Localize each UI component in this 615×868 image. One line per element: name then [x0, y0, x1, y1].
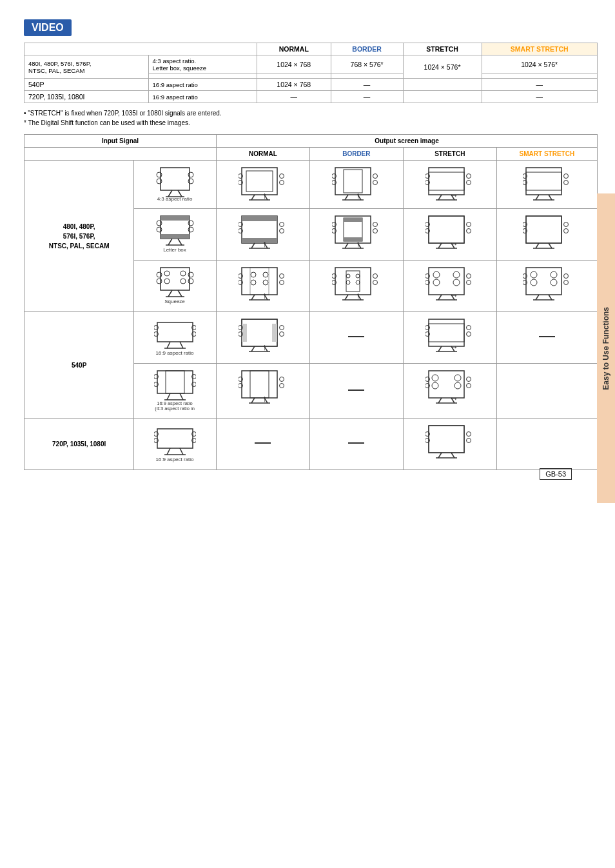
- desc-720: 16:9 aspect ratio: [148, 91, 257, 103]
- main-col-border: BORDER: [309, 148, 403, 161]
- desc-540: [148, 74, 257, 79]
- svg-point-2: [157, 179, 162, 184]
- svg-text:(4:3 aspect ratio in: (4:3 aspect ratio in: [155, 406, 195, 411]
- svg-line-195: [438, 346, 442, 351]
- svg-rect-9: [242, 168, 277, 195]
- aspect-169-input-720: 16:9 aspect ratio: [134, 419, 217, 470]
- svg-rect-61: [242, 238, 277, 243]
- top-summary-table: NORMAL BORDER STRETCH SMART STRETCH 480I…: [24, 43, 598, 103]
- svg-line-124: [251, 295, 255, 300]
- svg-line-55: [168, 239, 172, 245]
- stretch-540: [403, 79, 482, 91]
- note-1: • "STRETCH" is fixed when 720P, 1035I or…: [24, 108, 598, 118]
- diagram-input-169b-540: 16:9 aspect ratio (4:3 aspect ratio in: [154, 368, 196, 413]
- border-43-output: ↑: [309, 161, 403, 209]
- smart-lb-output: [496, 209, 597, 261]
- svg-line-253: [451, 453, 454, 458]
- svg-point-193: [467, 326, 471, 330]
- svg-line-46: [549, 195, 552, 200]
- diagram-stretch-169b-540: →: [425, 368, 474, 413]
- svg-point-130: [346, 274, 350, 278]
- svg-point-103: [164, 279, 170, 284]
- svg-point-14: [280, 181, 284, 185]
- svg-point-4: [188, 179, 193, 184]
- svg-point-118: [263, 272, 268, 277]
- svg-point-43: [563, 174, 568, 179]
- diagram-normal-sq: ↑: [239, 264, 287, 306]
- stretch-lb-output: →: [403, 209, 496, 261]
- smart-169b-540-output: [496, 364, 597, 419]
- svg-point-64: [280, 222, 284, 227]
- svg-text:→: →: [449, 190, 458, 201]
- border-169b-540-output: [309, 364, 403, 419]
- squeeze-input: Squeeze: [134, 261, 217, 312]
- smart-43-output: [496, 161, 597, 209]
- svg-point-156: [531, 271, 537, 278]
- diagram-normal-169-540: ↑: [239, 316, 287, 358]
- svg-line-164: [536, 295, 539, 300]
- svg-line-172: [167, 342, 170, 348]
- svg-point-33: [467, 174, 471, 179]
- svg-point-149: [467, 274, 471, 279]
- svg-text:↑: ↑: [262, 290, 267, 301]
- svg-text:↑: ↑: [262, 239, 267, 249]
- diagram-stretch-169-540: →: [425, 316, 474, 358]
- svg-rect-39: [526, 168, 561, 195]
- group-label-720: 720P, 1035I, 1080I: [24, 419, 134, 470]
- svg-point-143: [433, 271, 440, 278]
- stretch-169-540-output: →: [403, 312, 496, 364]
- svg-point-136: [373, 274, 378, 279]
- svg-point-52: [157, 227, 162, 232]
- svg-rect-114: [242, 268, 277, 295]
- diagram-input-squeeze: Squeeze: [154, 264, 196, 306]
- svg-rect-49: [161, 216, 190, 221]
- svg-point-3: [188, 172, 193, 177]
- input-signal-header: Input Signal: [24, 135, 217, 148]
- diagram-border-sq: ↑: [332, 264, 380, 306]
- aspect-43-input: 4:3 aspect ratio: [134, 161, 217, 209]
- diagram-normal-169-720-dash: [239, 422, 287, 464]
- svg-line-241: [180, 448, 183, 455]
- signal-480: 480I, 480P, 576I, 576P,NTSC, PAL, SECAM: [24, 55, 149, 79]
- diagram-border-169b-540-dash: [332, 368, 380, 413]
- svg-point-132: [356, 274, 360, 278]
- svg-point-150: [467, 281, 471, 285]
- svg-point-122: [280, 274, 284, 279]
- svg-rect-29: [429, 168, 464, 195]
- svg-line-184: [251, 346, 255, 351]
- svg-point-86: [467, 222, 471, 227]
- svg-point-76: [373, 222, 378, 227]
- svg-point-23: [373, 174, 378, 179]
- svg-point-44: [563, 181, 568, 185]
- diagram-smart-169b-540-empty: [523, 368, 571, 413]
- svg-point-225: [454, 375, 461, 381]
- svg-point-87: [467, 229, 471, 233]
- stretch-169-720-output: [403, 419, 496, 470]
- diagram-smart-43: [523, 164, 571, 203]
- svg-line-231: [438, 398, 442, 403]
- svg-point-1: [157, 172, 162, 177]
- svg-text:16:9 aspect ratio: 16:9 aspect ratio: [156, 350, 195, 356]
- stretch-sq-output: →: [403, 261, 496, 312]
- group-label-480: 480I, 480P,576I, 576P,NTSC, PAL, SECAM: [24, 161, 134, 312]
- smart-480: 1024 × 576*: [482, 55, 597, 74]
- page: Easy to Use Functions VIDEO NORMAL BORDE…: [11, 0, 604, 489]
- svg-line-206: [167, 393, 170, 400]
- svg-line-88: [438, 243, 442, 248]
- diagram-smart-169-540: [523, 316, 571, 358]
- border-lb-output: ↑: [309, 209, 403, 261]
- svg-rect-82: [429, 216, 464, 243]
- side-tab-label: Easy to Use Functions: [601, 307, 610, 390]
- svg-point-123: [280, 281, 284, 285]
- svg-point-109: [188, 279, 193, 284]
- diagram-normal-lb: ↑: [239, 213, 287, 255]
- svg-point-162: [563, 274, 568, 279]
- svg-rect-247: [429, 426, 464, 453]
- svg-line-15: [251, 195, 255, 200]
- svg-rect-101: [161, 268, 190, 290]
- svg-line-110: [168, 290, 172, 297]
- diagram-smart-lb: [523, 213, 571, 255]
- svg-rect-128: [335, 268, 371, 295]
- svg-rect-72: [344, 218, 362, 222]
- svg-rect-40: [526, 172, 561, 190]
